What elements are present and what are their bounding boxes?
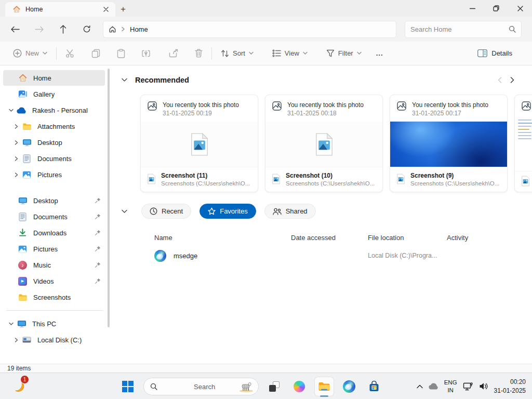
new-tab-button[interactable]: +	[115, 2, 131, 17]
sidebar-item-label: Music	[33, 261, 51, 269]
recommended-card-screenshot-9[interactable]: You recently took this photo 31-01-2025 …	[390, 95, 508, 192]
sidebar-item-documents[interactable]: Documents	[3, 209, 105, 224]
view-button-label: View	[285, 49, 299, 57]
sidebar-item-pictures[interactable]: Pictures	[3, 241, 105, 257]
details-pane-button[interactable]: Details	[472, 46, 517, 60]
pictures-icon	[22, 170, 32, 180]
onedrive-tray-icon[interactable]	[429, 383, 438, 390]
chevron-down-icon[interactable]	[5, 109, 17, 112]
sort-button[interactable]: Sort	[216, 46, 258, 61]
tab-home[interactable]: Home	[5, 2, 115, 17]
rename-button[interactable]	[137, 46, 157, 61]
copilot-button[interactable]	[290, 377, 309, 396]
tray-chevron-up-icon[interactable]	[417, 384, 423, 389]
sidebar-item-home[interactable]: Home	[3, 70, 105, 86]
forward-button[interactable]	[30, 20, 48, 38]
sidebar-item-desktop-onedrive[interactable]: Desktop	[3, 135, 105, 150]
home-icon	[18, 73, 28, 83]
folder-icon	[22, 122, 32, 131]
file-explorer-icon	[318, 381, 330, 392]
taskbar-search-box[interactable]: Search	[143, 378, 259, 395]
column-header-file-location[interactable]: File location	[368, 234, 447, 242]
back-button[interactable]	[6, 20, 24, 38]
toolbar-separator	[56, 47, 57, 60]
network-icon[interactable]	[463, 382, 473, 391]
chevron-right-icon[interactable]	[10, 172, 22, 177]
filter-button[interactable]: Filter	[322, 46, 366, 61]
sidebar-item-gallery[interactable]: Gallery	[3, 86, 105, 102]
sidebar-item-documents-onedrive[interactable]: Documents	[3, 151, 105, 166]
close-button[interactable]	[508, 0, 532, 17]
widgets-weather-button[interactable]: 1	[11, 379, 27, 394]
file-row-msedge[interactable]: msedge Local Disk (C:)\Progra...	[154, 246, 532, 265]
copy-button[interactable]	[87, 45, 105, 62]
breadcrumb-location[interactable]: Home	[130, 25, 148, 33]
sidebar-scrollbar[interactable]	[108, 69, 110, 327]
sidebar-item-pictures-onedrive[interactable]: Pictures	[3, 167, 105, 182]
share-button[interactable]	[164, 45, 183, 61]
clock-date-display[interactable]: 00:20 31-01-2025	[494, 378, 526, 394]
new-button[interactable]: New	[8, 45, 52, 61]
sidebar-item-videos[interactable]: ▶ Videos	[3, 273, 105, 289]
card-header-text: You recently took this photo	[287, 101, 364, 109]
paste-button[interactable]	[112, 45, 130, 62]
chevron-right-icon[interactable]	[10, 156, 22, 161]
card-thumbnail-bloom-wallpaper	[390, 122, 507, 167]
file-explorer-button[interactable]	[315, 377, 334, 396]
column-header-activity[interactable]: Activity	[447, 234, 504, 242]
sidebar-item-onedrive-rakesh[interactable]: Rakesh - Personal	[3, 102, 105, 118]
collapse-chevron-icon[interactable]	[122, 209, 135, 214]
recommended-card-screenshot-10[interactable]: You recently took this photo 31-01-2025 …	[265, 95, 383, 192]
cut-button[interactable]	[61, 45, 79, 62]
search-icon[interactable]	[509, 25, 516, 33]
delete-button[interactable]	[190, 45, 207, 61]
column-header-name[interactable]: Name	[154, 234, 291, 242]
carousel-left-icon[interactable]	[498, 77, 502, 83]
column-header-date-accessed[interactable]: Date accessed	[291, 234, 368, 242]
task-view-button[interactable]	[265, 377, 284, 396]
tab-shared[interactable]: Shared	[264, 204, 316, 219]
chevron-down-icon[interactable]	[5, 322, 17, 326]
refresh-button[interactable]	[78, 20, 96, 38]
breadcrumb-home-icon[interactable]	[109, 25, 116, 33]
sidebar-item-screenshots[interactable]: Screenshots	[3, 289, 105, 305]
breadcrumb-chevron-icon[interactable]	[121, 26, 125, 32]
sidebar-item-music[interactable]: ♪ Music	[3, 257, 105, 273]
start-button[interactable]	[118, 377, 137, 396]
recommended-card-screenshot-11[interactable]: You recently took this photo 31-01-2025 …	[140, 95, 258, 192]
language-indicator[interactable]: ENG IN	[444, 379, 457, 394]
explorer-search-input[interactable]	[410, 25, 509, 33]
address-bar[interactable]: Home	[103, 21, 396, 38]
chevron-right-icon[interactable]	[10, 140, 22, 145]
sidebar-item-attachments[interactable]: Attachments	[3, 118, 105, 134]
sidebar-item-local-disk-c[interactable]: Local Disk (C:)	[3, 332, 105, 348]
sidebar-item-desktop[interactable]: Desktop	[3, 193, 105, 208]
tab-favorites-label: Favorites	[220, 207, 247, 215]
tab-close-button[interactable]	[101, 4, 111, 15]
folder-icon	[18, 292, 28, 302]
sidebar-item-downloads[interactable]: Downloads	[3, 225, 105, 241]
tab-favorites[interactable]: Favorites	[200, 204, 256, 219]
restore-button[interactable]	[484, 0, 508, 17]
sidebar-item-this-pc[interactable]: This PC	[3, 316, 105, 331]
collapse-chevron-icon[interactable]	[122, 78, 135, 82]
chevron-right-icon[interactable]	[10, 124, 22, 129]
recommended-card-partial[interactable]	[514, 95, 532, 192]
items-count: 19 items	[7, 365, 31, 372]
edge-browser-button[interactable]	[340, 377, 358, 396]
carousel-right-icon[interactable]	[510, 77, 514, 83]
more-options-button[interactable]: ...	[371, 46, 388, 61]
chevron-right-icon[interactable]	[10, 338, 22, 342]
titlebar: Home +	[0, 0, 532, 17]
more-options-label: ...	[376, 49, 383, 57]
minimize-button[interactable]	[460, 0, 484, 17]
speaker-icon[interactable]	[479, 382, 488, 390]
microsoft-store-button[interactable]	[365, 377, 383, 396]
view-button[interactable]: View	[268, 46, 312, 61]
up-button[interactable]	[54, 20, 72, 38]
card-filepath: Screenshots (C:\Users\shekh\O...	[161, 180, 250, 187]
tab-recent[interactable]: Recent	[141, 204, 191, 219]
explorer-search-box[interactable]	[405, 21, 522, 38]
photo-icon	[272, 101, 282, 111]
sidebar-item-label: Desktop	[37, 139, 62, 147]
